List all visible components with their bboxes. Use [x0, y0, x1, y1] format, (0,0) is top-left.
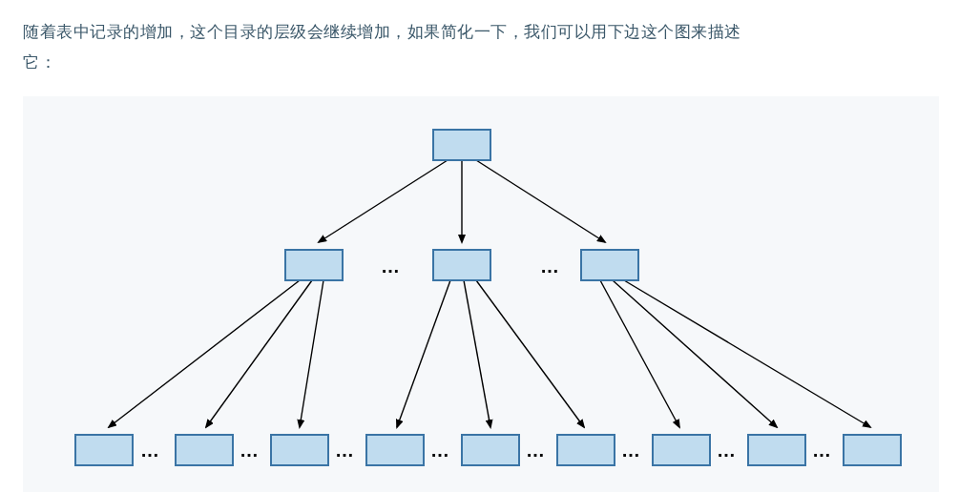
- edge-mid-5: [476, 280, 584, 427]
- edge-mid-3: [397, 280, 450, 427]
- diagram-caption: 随着表中记录的增加，这个目录的层级会继续增加，如果简化一下，我们可以用下边这个图…: [23, 17, 920, 79]
- svg-rect-8: [366, 435, 424, 465]
- svg-rect-4: [581, 250, 638, 280]
- svg-rect-2: [285, 250, 343, 280]
- tree-leaf-node-4: [462, 435, 519, 465]
- svg-rect-5: [75, 435, 133, 465]
- edge-mid-0: [109, 280, 300, 427]
- tree-leaf-node-2: [271, 435, 328, 465]
- tree-leaf-node-5: [557, 435, 615, 465]
- ellipsis-leaf-1: …: [240, 440, 261, 461]
- svg-rect-7: [271, 435, 328, 465]
- caption-text-line1: 随着表中记录的增加，这个目录的层级会继续增加，如果简化一下，我们可以用下边这个图…: [23, 23, 741, 41]
- svg-rect-9: [462, 435, 519, 465]
- edge-root-0: [319, 160, 448, 242]
- edge-mid-7: [613, 280, 777, 427]
- svg-rect-13: [844, 435, 901, 465]
- tree-edges: [109, 160, 870, 427]
- ellipsis-leaf-7: …: [812, 440, 833, 461]
- svg-rect-6: [176, 435, 233, 465]
- caption-text-line2: 它：: [23, 53, 56, 72]
- tree-leaf-node-3: [366, 435, 424, 465]
- ellipsis-mid-1: …: [540, 256, 561, 277]
- svg-rect-11: [653, 435, 710, 465]
- edge-mid-2: [300, 280, 323, 427]
- tree-ellipsis-group: …………………………: [140, 256, 833, 461]
- tree-leaf-node-1: [176, 435, 233, 465]
- ellipsis-leaf-3: …: [430, 440, 451, 461]
- ellipsis-leaf-4: …: [526, 440, 547, 461]
- svg-rect-3: [433, 250, 490, 280]
- ellipsis-leaf-0: …: [140, 440, 161, 461]
- tree-mid-node-0: [285, 250, 343, 280]
- tree-mid-node-2: [581, 250, 638, 280]
- ellipsis-leaf-5: …: [621, 440, 642, 461]
- tree-root-node: [433, 130, 490, 160]
- tree-leaf-node-0: [75, 435, 133, 465]
- tree-diagram: …………………………: [23, 96, 939, 492]
- tree-leaf-node-8: [844, 435, 901, 465]
- edge-mid-6: [600, 280, 679, 427]
- ellipsis-mid-0: …: [381, 256, 402, 277]
- svg-rect-12: [748, 435, 805, 465]
- edge-mid-4: [464, 280, 490, 427]
- ellipsis-leaf-2: …: [335, 440, 356, 461]
- tree-svg: …………………………: [23, 96, 939, 492]
- tree-leaf-node-6: [653, 435, 710, 465]
- tree-mid-node-1: [433, 250, 490, 280]
- edge-mid-1: [206, 280, 312, 427]
- svg-rect-10: [557, 435, 615, 465]
- edge-mid-8: [624, 280, 870, 427]
- svg-rect-1: [433, 130, 490, 160]
- edge-root-2: [476, 160, 605, 242]
- tree-leaf-node-7: [748, 435, 805, 465]
- ellipsis-leaf-6: …: [717, 440, 738, 461]
